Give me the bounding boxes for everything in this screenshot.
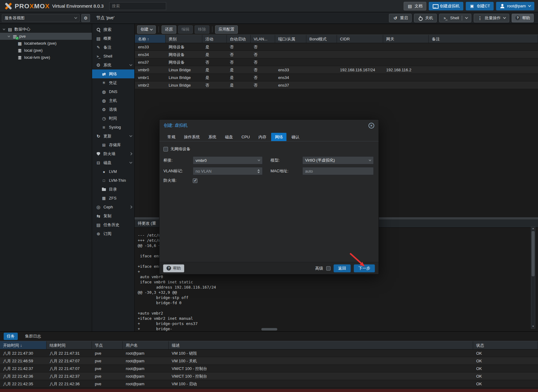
tab-disks[interactable]: 磁盘 bbox=[221, 133, 237, 141]
spinner-icons[interactable] bbox=[257, 169, 260, 173]
dialog-titlebar[interactable]: 创建: 虚拟机 ✕ bbox=[159, 120, 379, 131]
tab-network[interactable]: 网络 bbox=[271, 133, 286, 141]
menu-item-time[interactable]: 时间 bbox=[92, 114, 134, 123]
task-row[interactable]: 八月 22 21:42:35八月 22 21:42:36pveroot@pamV… bbox=[0, 380, 538, 388]
tree-item-storage-local[interactable]: local (pve) bbox=[0, 47, 92, 54]
column-header-type[interactable]: 类别 bbox=[166, 35, 202, 43]
menu-item-zfs[interactable]: ZFS bbox=[92, 194, 134, 203]
tree-item-localnetwork[interactable]: localnetwork (pve) bbox=[0, 40, 92, 47]
task-row[interactable]: 八月 22 21:42:37八月 22 21:47:07pveroot@pamV… bbox=[0, 365, 538, 372]
documentation-button[interactable]: 文档 bbox=[404, 2, 426, 10]
tree-item-datacenter[interactable]: 数据中心 bbox=[0, 26, 92, 33]
create-button[interactable]: 创建 bbox=[137, 25, 156, 34]
column-header-active[interactable]: 活动 bbox=[202, 35, 227, 43]
column-header-gateway[interactable]: 网关 bbox=[383, 35, 429, 43]
task-row[interactable]: 八月 22 21:46:59八月 22 21:47:07pveroot@pamV… bbox=[0, 357, 538, 365]
table-row[interactable]: ens33网络设备是否否 bbox=[135, 43, 538, 51]
scroll-up-icon[interactable]: ▲ bbox=[531, 227, 535, 230]
bridge-combobox[interactable]: vmbr0 bbox=[193, 156, 263, 164]
tab-tasks[interactable]: 任务 bbox=[4, 333, 18, 340]
shell-button[interactable]: Shell bbox=[439, 14, 471, 22]
table-row[interactable]: ens34网络设备是否否 bbox=[135, 51, 538, 58]
scroll-down-icon[interactable]: ▼ bbox=[531, 325, 535, 328]
table-row[interactable]: vmbr1Linux Bridge是是否ens34 bbox=[135, 74, 538, 81]
column-header-cidr[interactable]: CIDR bbox=[337, 35, 383, 43]
revert-button[interactable]: 还原 bbox=[162, 25, 176, 34]
menu-item-network[interactable]: 网络 bbox=[92, 69, 134, 78]
column-header-description[interactable]: 描述 bbox=[169, 341, 473, 349]
firewall-checkbox[interactable] bbox=[193, 178, 197, 183]
edit-button[interactable]: 编辑 bbox=[178, 25, 193, 34]
task-row-error-partial[interactable] bbox=[0, 389, 538, 392]
menu-item-replication[interactable]: 复制 bbox=[92, 211, 134, 220]
scrollbar-thumb[interactable] bbox=[532, 231, 535, 276]
column-header-name[interactable]: 名称 ↑ bbox=[135, 35, 166, 43]
advanced-checkbox[interactable] bbox=[326, 266, 331, 271]
help-button[interactable]: ?帮助 bbox=[512, 14, 534, 22]
horizontal-scrollbar-thumb[interactable] bbox=[261, 328, 277, 330]
menu-item-system[interactable]: 系统 bbox=[92, 61, 134, 69]
bulk-actions-button[interactable]: 批量操作 bbox=[474, 14, 509, 22]
menu-item-shell[interactable]: Shell bbox=[92, 52, 134, 61]
expander-icon[interactable] bbox=[3, 28, 5, 30]
tree-settings-button[interactable] bbox=[81, 14, 90, 22]
mac-address-input[interactable]: auto bbox=[302, 167, 374, 175]
remove-button[interactable]: 移除 bbox=[195, 25, 209, 34]
chevron-down-icon[interactable] bbox=[129, 134, 133, 137]
menu-item-dns[interactable]: DNS bbox=[92, 87, 134, 96]
menu-item-options[interactable]: 选项 bbox=[92, 105, 134, 114]
column-header-vlan[interactable]: VLAN... bbox=[251, 35, 275, 43]
dialog-help-button[interactable]: ? 帮助 bbox=[163, 264, 184, 272]
global-search-input[interactable] bbox=[109, 2, 166, 10]
create-ct-button[interactable]: 创建CT bbox=[466, 2, 494, 10]
column-header-status[interactable]: 状态 bbox=[473, 341, 538, 349]
tab-cpu[interactable]: CPU bbox=[238, 133, 253, 141]
column-header-comment[interactable]: 备注 bbox=[429, 35, 538, 43]
table-row[interactable]: vmbr2Linux Bridge否是否ens37 bbox=[135, 81, 538, 89]
vertical-scrollbar[interactable]: ▲ ▼ bbox=[531, 226, 535, 329]
menu-item-hosts[interactable]: 主机 bbox=[92, 96, 134, 105]
back-button[interactable]: 返回 bbox=[334, 264, 351, 272]
chevron-down-icon[interactable] bbox=[129, 63, 133, 66]
task-row[interactable]: 八月 22 21:47:30八月 22 21:47:31pveroot@pamV… bbox=[0, 349, 538, 357]
model-combobox[interactable]: VirtIO (半虚拟化) bbox=[302, 156, 374, 164]
reboot-button[interactable]: 重启 bbox=[389, 14, 412, 22]
table-row[interactable]: vmbr0Linux Bridge是是否ens33192.168.116.167… bbox=[135, 66, 538, 74]
menu-item-subscription[interactable]: 订阅 bbox=[92, 229, 134, 238]
menu-item-disks[interactable]: 磁盘 bbox=[92, 158, 134, 167]
menu-item-lvm[interactable]: LVM bbox=[92, 167, 134, 176]
view-selector[interactable]: 服务器视图 bbox=[2, 14, 80, 22]
column-header-start-time[interactable]: 开始时间 ↓ bbox=[0, 341, 47, 349]
menu-item-updates[interactable]: 更新 bbox=[92, 132, 134, 140]
task-row[interactable]: 八月 22 21:42:36八月 22 21:42:37pveroot@pamV… bbox=[0, 372, 538, 380]
menu-item-directory[interactable]: 目录 bbox=[92, 185, 134, 194]
column-header-ports[interactable]: 端口/从属 bbox=[275, 35, 306, 43]
menu-item-repositories[interactable]: 存储库 bbox=[92, 140, 134, 149]
close-icon[interactable]: ✕ bbox=[368, 123, 374, 129]
tree-item-storage-local-lvm[interactable]: local-lvm (pve) bbox=[0, 54, 92, 61]
vlan-tag-spinner[interactable]: no VLAN bbox=[193, 167, 263, 175]
menu-item-syslog[interactable]: Syslog bbox=[92, 123, 134, 132]
menu-item-firewall[interactable]: 防火墙 bbox=[92, 149, 134, 158]
menu-item-task-history[interactable]: 任务历史 bbox=[92, 220, 134, 229]
chevron-down-icon[interactable] bbox=[129, 161, 133, 164]
column-header-end-time[interactable]: 结束时间 bbox=[47, 341, 92, 349]
menu-item-lvm-thin[interactable]: LVM-Thin bbox=[92, 176, 134, 185]
menu-item-notes[interactable]: 备注 bbox=[92, 43, 134, 52]
apply-configuration-button[interactable]: 应用配置 bbox=[215, 25, 238, 34]
tab-general[interactable]: 常规 bbox=[164, 133, 179, 141]
user-menu-button[interactable]: root@pam bbox=[496, 2, 534, 10]
tab-os[interactable]: 操作系统 bbox=[180, 133, 204, 141]
shutdown-button[interactable]: 关机 bbox=[414, 14, 437, 22]
menu-item-summary[interactable]: 概要 bbox=[92, 34, 134, 43]
no-network-checkbox[interactable] bbox=[163, 147, 168, 151]
chevron-right-icon[interactable] bbox=[129, 206, 133, 209]
menu-item-search[interactable]: 搜索 bbox=[92, 25, 134, 34]
expander-icon[interactable] bbox=[8, 35, 10, 37]
column-header-username[interactable]: 用户名 bbox=[123, 341, 169, 349]
column-header-node[interactable]: 节点 bbox=[92, 341, 123, 349]
tab-cluster-log[interactable]: 集群日志 bbox=[22, 333, 44, 340]
column-header-bond-mode[interactable]: Bond模式 bbox=[306, 35, 337, 43]
tree-item-node-pve[interactable]: pve bbox=[0, 33, 92, 40]
column-header-autostart[interactable]: 自动启动 bbox=[227, 35, 251, 43]
